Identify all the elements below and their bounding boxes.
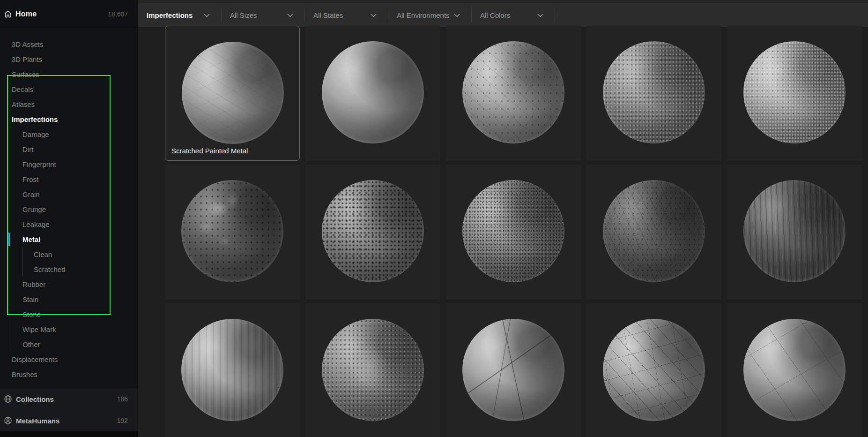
asset-tile-6[interactable] — [165, 165, 300, 300]
sidebar-item-collections[interactable]: Collections 186 — [0, 388, 138, 410]
chevron-down-icon — [537, 11, 543, 19]
asset-tile-10[interactable] — [727, 165, 862, 300]
sphere-preview — [322, 41, 424, 143]
sidebar-item-decals[interactable]: Decals — [0, 82, 138, 97]
sidebar-item-3d-plants[interactable]: 3D Plants — [0, 52, 138, 67]
sidebar-item-brushes[interactable]: Brushes — [0, 367, 138, 382]
filter-label: Imperfections — [147, 11, 193, 19]
sidebar-item-leakage[interactable]: Leakage — [0, 217, 138, 232]
sidebar-item-clean[interactable]: Clean — [0, 247, 138, 262]
sphere-preview — [743, 180, 846, 282]
sidebar-item-wipe-mark[interactable]: Wipe Mark — [0, 322, 138, 337]
sidebar-item-metahumans[interactable]: MetaHumans 192 — [0, 410, 138, 431]
asset-tile-1[interactable]: Scratched Painted Metal — [165, 26, 300, 161]
home-count: 18,607 — [108, 10, 128, 18]
asset-tile-12[interactable] — [305, 303, 440, 437]
nav-label: Fingerprint — [22, 160, 56, 168]
nav-label: Displacements — [12, 355, 58, 363]
asset-tile-11[interactable] — [165, 303, 300, 437]
sidebar-item-dirt[interactable]: Dirt — [0, 142, 138, 157]
nav-label: Stain — [22, 295, 38, 303]
sphere-preview — [322, 180, 424, 282]
sphere-texture — [603, 180, 705, 282]
sphere-preview — [743, 41, 846, 143]
sphere-preview — [603, 41, 705, 143]
sphere-preview — [462, 319, 564, 421]
asset-tile-5[interactable] — [727, 26, 862, 161]
nav-label: Rubber — [22, 280, 45, 288]
home-label: Home — [15, 10, 37, 18]
sidebar-item-grain[interactable]: Grain — [0, 187, 138, 202]
nav-label: Grunge — [22, 205, 46, 213]
sphere-texture — [322, 319, 424, 421]
asset-tile-14[interactable] — [586, 303, 721, 437]
nav-label: Clean — [34, 250, 52, 258]
nav-label: Leakage — [22, 220, 50, 228]
asset-tile-3[interactable] — [446, 26, 581, 161]
filter-dropdown-environments[interactable]: All Environments — [388, 0, 471, 27]
asset-title: Scratched Painted Metal — [171, 147, 248, 155]
sidebar-item-other[interactable]: Other — [0, 337, 138, 352]
sidebar-item-stain[interactable]: Stain — [0, 292, 138, 307]
filter-label: All Colors — [480, 11, 510, 19]
nav-label: Other — [22, 340, 40, 348]
sphere-texture — [743, 180, 846, 282]
asset-tile-4[interactable] — [586, 26, 721, 161]
nav-label: Damage — [22, 130, 49, 138]
sphere-texture — [322, 41, 424, 143]
nav-label: Scratched — [34, 265, 66, 273]
collections-label: Collections — [16, 395, 54, 403]
sidebar-item-rubber[interactable]: Rubber — [0, 277, 138, 292]
sphere-preview — [603, 180, 705, 282]
filter-dropdown-sizes[interactable]: All Sizes — [222, 0, 304, 27]
person-icon — [4, 416, 12, 425]
nav-label: Atlases — [12, 100, 35, 108]
nav-label: Grain — [22, 190, 40, 198]
nav-label: Wipe Mark — [22, 325, 56, 333]
filter-label: All Environments — [397, 11, 450, 19]
filter-label: All Sizes — [230, 11, 257, 19]
sidebar-item-home[interactable]: Home 18,607 — [0, 0, 138, 28]
chevron-down-icon — [204, 11, 210, 19]
sphere-preview — [462, 180, 564, 282]
asset-tile-9[interactable] — [586, 165, 721, 300]
sidebar-item-imperfections[interactable]: Imperfections — [0, 112, 138, 127]
sidebar-item-damage[interactable]: Damage — [0, 127, 138, 142]
sphere-preview — [182, 42, 284, 144]
sidebar-item-fingerprint[interactable]: Fingerprint — [0, 157, 138, 172]
sidebar-item-stone[interactable]: Stone — [0, 307, 138, 322]
asset-tile-8[interactable] — [446, 165, 581, 300]
sidebar-item-frost[interactable]: Frost — [0, 172, 138, 187]
filter-dropdown-category[interactable]: Imperfections — [138, 0, 221, 27]
sidebar-item-metal[interactable]: Metal — [0, 232, 138, 247]
sidebar-item-atlases[interactable]: Atlases — [0, 97, 138, 112]
nav-label: Metal — [22, 235, 40, 243]
asset-tile-13[interactable] — [446, 303, 581, 437]
filter-dropdown-colors[interactable]: All Colors — [472, 0, 555, 27]
sphere-preview — [603, 319, 705, 421]
sidebar-item-scratched[interactable]: Scratched — [0, 262, 138, 277]
sphere-texture — [181, 180, 283, 282]
sphere-texture — [182, 42, 284, 144]
sidebar-item-surfaces[interactable]: Surfaces — [0, 67, 138, 82]
app-window: Home 18,607 3D Assets 3D Plants Surfaces… — [0, 0, 868, 437]
sphere-preview — [322, 319, 424, 421]
sidebar-footer-strip — [0, 431, 138, 437]
nav-label: Brushes — [12, 370, 37, 378]
sidebar-item-grunge[interactable]: Grunge — [0, 202, 138, 217]
category-nav: 3D Assets 3D Plants Surfaces Decals Atla… — [0, 37, 138, 382]
selected-indicator-bar — [8, 233, 10, 246]
chevron-down-icon — [287, 11, 293, 19]
sphere-texture — [603, 41, 705, 143]
filter-dropdown-states[interactable]: All States — [305, 0, 388, 27]
asset-tile-15[interactable] — [727, 303, 862, 437]
nav-label: Stone — [22, 310, 41, 318]
asset-tile-7[interactable] — [305, 165, 440, 300]
nav-label: 3D Plants — [12, 55, 42, 63]
chevron-down-icon — [454, 11, 460, 19]
sphere-texture — [462, 41, 564, 143]
asset-tile-2[interactable] — [305, 26, 440, 161]
sidebar-item-3d-assets[interactable]: 3D Assets — [0, 37, 138, 52]
sidebar: Home 18,607 3D Assets 3D Plants Surfaces… — [0, 0, 138, 437]
sidebar-item-displacements[interactable]: Displacements — [0, 352, 138, 367]
